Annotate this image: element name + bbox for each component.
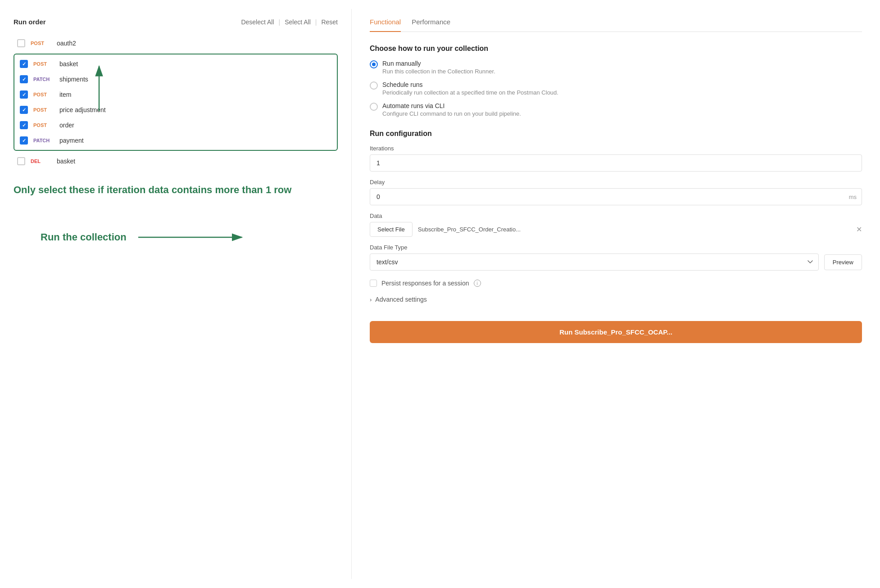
radio-group: Run manually Run this collection in the …	[370, 60, 862, 117]
radio-cli-label: Automate runs via CLI	[382, 102, 521, 109]
item-name: payment	[59, 137, 84, 144]
item-name: basket	[59, 60, 78, 68]
radio-schedule-label: Schedule runs	[382, 81, 558, 88]
delay-suffix: ms	[849, 194, 857, 200]
header-actions: Deselect All | Select All | Reset	[241, 18, 338, 26]
iterations-label: Iterations	[370, 145, 862, 152]
tabs: Functional Performance	[370, 18, 862, 32]
annotation-text-2: Run the collection	[41, 231, 127, 243]
radio-item-cli: Automate runs via CLI Configure CLI comm…	[370, 102, 862, 117]
tab-performance[interactable]: Performance	[412, 18, 450, 32]
item-name: basket	[57, 158, 75, 165]
run-button[interactable]: Run Subscribe_Pro_SFCC_OCAP...	[370, 321, 862, 343]
delay-input[interactable]	[370, 188, 862, 205]
persist-label: Persist responses for a session	[381, 280, 469, 287]
item-name: order	[59, 122, 74, 129]
method-badge: PATCH	[33, 77, 54, 82]
run-order-header: Run order Deselect All | Select All | Re…	[14, 18, 338, 26]
method-badge: POST	[31, 41, 51, 46]
radio-schedule-content: Schedule runs Periodically run collectio…	[382, 81, 558, 96]
radio-manual-label: Run manually	[382, 60, 495, 67]
list-item: PATCH payment	[18, 133, 333, 148]
right-panel: Functional Performance Choose how to run…	[351, 9, 880, 579]
delay-input-wrapper: ms	[370, 188, 862, 205]
item-checkbox-shipments[interactable]	[20, 75, 28, 83]
chevron-right-icon: ›	[370, 296, 372, 303]
list-item: POST order	[18, 118, 333, 133]
select-all-button[interactable]: Select All	[285, 18, 311, 26]
divider: |	[279, 18, 281, 26]
radio-cli[interactable]	[370, 103, 378, 111]
item-name: shipments	[59, 76, 88, 83]
annotation2-row: Run the collection	[14, 224, 338, 251]
persist-info-icon[interactable]: i	[474, 280, 481, 287]
radio-cli-content: Automate runs via CLI Configure CLI comm…	[382, 102, 521, 117]
reset-button[interactable]: Reset	[321, 18, 338, 26]
method-badge: POST	[33, 61, 54, 67]
file-type-row: text/csv application/json Preview	[370, 253, 862, 271]
list-item: POST oauth2	[14, 35, 338, 52]
annotation-text-1: Only select these if iteration data cont…	[14, 183, 338, 197]
method-badge: DEL	[31, 158, 51, 164]
method-badge: POST	[33, 122, 54, 128]
tab-functional[interactable]: Functional	[370, 18, 401, 32]
radio-manual-desc: Run this collection in the Collection Ru…	[382, 68, 495, 75]
annotation-arrow-1-svg	[86, 62, 212, 116]
annotation-arrow-2-svg	[134, 224, 251, 251]
list-item: DEL basket	[14, 153, 338, 170]
item-name: item	[59, 91, 71, 98]
run-config-title: Run configuration	[370, 130, 862, 138]
deselect-all-button[interactable]: Deselect All	[241, 18, 274, 26]
choose-section-title: Choose how to run your collection	[370, 45, 862, 53]
radio-manual-content: Run manually Run this collection in the …	[382, 60, 495, 75]
delay-label: Delay	[370, 179, 862, 185]
item-checkbox-del-basket[interactable]	[17, 157, 25, 165]
radio-schedule-desc: Periodically run collection at a specifi…	[382, 89, 558, 96]
run-config-section: Run configuration Iterations Delay ms Da…	[370, 130, 862, 343]
method-badge: POST	[33, 92, 54, 97]
radio-item-manual: Run manually Run this collection in the …	[370, 60, 862, 75]
item-checkbox-payment[interactable]	[20, 136, 28, 145]
data-row: Select File Subscribe_Pro_SFCC_Order_Cre…	[370, 222, 862, 237]
item-checkbox-oauth2[interactable]	[17, 39, 25, 47]
item-name: oauth2	[57, 40, 76, 47]
clear-file-icon[interactable]: ✕	[856, 225, 862, 234]
run-order-title: Run order	[14, 18, 46, 26]
item-checkbox-basket[interactable]	[20, 60, 28, 68]
preview-button[interactable]: Preview	[824, 254, 862, 270]
persist-checkbox[interactable]	[370, 280, 377, 287]
method-badge: PATCH	[33, 138, 54, 143]
iterations-input[interactable]	[370, 154, 862, 172]
divider2: |	[315, 18, 317, 26]
item-checkbox-order[interactable]	[20, 121, 28, 129]
method-badge: POST	[33, 107, 54, 113]
file-type-select[interactable]: text/csv application/json	[370, 253, 819, 271]
file-name: Subscribe_Pro_SFCC_Order_Creatio...	[418, 226, 851, 233]
radio-cli-desc: Configure CLI command to run on your bui…	[382, 110, 521, 117]
radio-schedule[interactable]	[370, 81, 378, 90]
item-checkbox-item[interactable]	[20, 90, 28, 99]
select-file-button[interactable]: Select File	[370, 222, 413, 237]
advanced-settings-label: Advanced settings	[375, 296, 426, 303]
data-file-type-label: Data File Type	[370, 244, 862, 251]
radio-item-schedule: Schedule runs Periodically run collectio…	[370, 81, 862, 96]
advanced-settings-row[interactable]: › Advanced settings	[370, 296, 862, 303]
annotations-area: Only select these if iteration data cont…	[14, 183, 338, 251]
persist-row: Persist responses for a session i	[370, 280, 862, 287]
data-label: Data	[370, 213, 862, 219]
item-checkbox-price-adj[interactable]	[20, 106, 28, 114]
radio-manual[interactable]	[370, 60, 378, 68]
